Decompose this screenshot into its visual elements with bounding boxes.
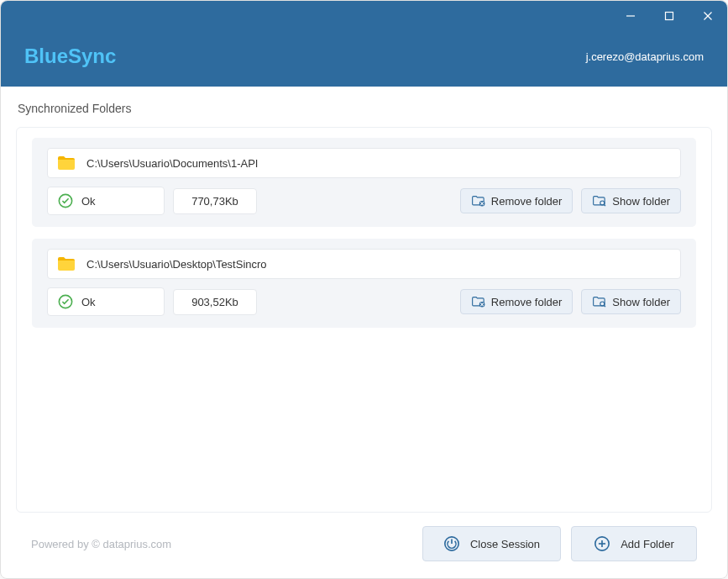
remove-folder-button[interactable]: Remove folder	[460, 188, 573, 213]
plus-circle-icon	[594, 535, 610, 552]
folder-path: C:\Users\Usuario\Desktop\TestSincro	[86, 258, 267, 271]
power-icon	[443, 535, 460, 552]
user-email: j.cerezo@dataprius.com	[586, 50, 704, 63]
folder-path-row: C:\Users\Usuario\Documents\1-API	[47, 148, 681, 178]
status-box: Ok	[47, 287, 165, 316]
status-text: Ok	[81, 296, 96, 308]
show-folder-label: Show folder	[612, 296, 670, 308]
status-box: Ok	[47, 187, 165, 215]
size-box: 903,52Kb	[173, 289, 257, 315]
folder-actions-row: Ok 770,73Kb Remove folder	[47, 187, 681, 215]
folder-show-icon	[592, 194, 607, 208]
svg-point-14	[600, 302, 605, 306]
folders-list: C:\Users\Usuario\Documents\1-API Ok 770,…	[16, 127, 712, 513]
svg-line-15	[604, 305, 605, 307]
folder-remove-icon	[471, 194, 486, 208]
show-folder-button[interactable]: Show folder	[581, 188, 681, 213]
add-folder-label: Add Folder	[621, 538, 674, 550]
app-logo: BlueSync	[24, 45, 116, 68]
close-icon	[703, 11, 713, 21]
powered-by-text: Powered by © dataprius.com	[31, 538, 171, 550]
minimize-button[interactable]	[611, 1, 650, 31]
status-text: Ok	[81, 195, 96, 208]
folder-path-row: C:\Users\Usuario\Desktop\TestSincro	[47, 249, 681, 279]
add-folder-button[interactable]: Add Folder	[571, 526, 697, 561]
status-ok-icon	[58, 193, 73, 208]
minimize-icon	[626, 11, 636, 21]
close-session-label: Close Session	[470, 538, 540, 550]
folder-card: C:\Users\Usuario\Desktop\TestSincro Ok 9…	[32, 239, 696, 328]
folder-card: C:\Users\Usuario\Documents\1-API Ok 770,…	[32, 138, 696, 227]
footer: Powered by © dataprius.com Close Session…	[16, 513, 712, 578]
size-box: 770,73Kb	[173, 188, 257, 214]
main-content: Synchronized Folders C:\Users\Usuario\Do…	[1, 87, 727, 578]
maximize-button[interactable]	[650, 1, 689, 31]
show-folder-button[interactable]: Show folder	[581, 289, 681, 314]
status-ok-icon	[58, 294, 73, 309]
maximize-icon	[664, 11, 674, 21]
svg-line-9	[604, 204, 605, 206]
svg-point-8	[600, 201, 605, 205]
folder-icon	[56, 255, 76, 272]
svg-rect-1	[666, 13, 673, 20]
folder-show-icon	[592, 295, 607, 308]
remove-folder-label: Remove folder	[491, 195, 563, 208]
folder-path: C:\Users\Usuario\Documents\1-API	[86, 157, 258, 170]
app-header: BlueSync j.cerezo@dataprius.com	[1, 31, 727, 87]
section-title: Synchronized Folders	[18, 102, 712, 115]
remove-folder-label: Remove folder	[491, 296, 563, 308]
folder-actions-row: Ok 903,52Kb Remove folder	[47, 287, 681, 316]
close-session-button[interactable]: Close Session	[422, 526, 561, 561]
folder-icon	[56, 155, 76, 171]
app-window: BlueSync j.cerezo@dataprius.com Synchron…	[0, 0, 728, 579]
show-folder-label: Show folder	[612, 195, 670, 208]
window-titlebar	[1, 1, 727, 31]
folder-remove-icon	[471, 295, 486, 308]
close-button[interactable]	[689, 1, 727, 31]
remove-folder-button[interactable]: Remove folder	[460, 289, 573, 314]
